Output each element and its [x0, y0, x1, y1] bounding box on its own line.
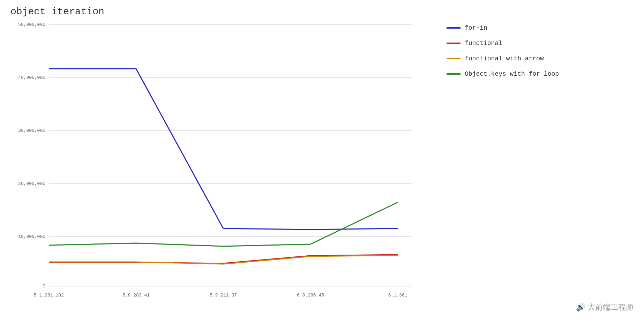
- legend-label-functional: functional: [465, 40, 502, 47]
- legend-container: for-in functional functional with arrow …: [447, 24, 559, 86]
- legend-item-functional-arrow: functional with arrow: [447, 55, 559, 62]
- svg-text:30,000,000: 30,000,000: [18, 128, 45, 133]
- svg-text:20,000,000: 20,000,000: [18, 181, 45, 186]
- svg-text:0: 0: [43, 284, 45, 289]
- svg-text:5.1.281.102: 5.1.281.102: [34, 293, 64, 298]
- legend-item-functional: functional: [447, 40, 559, 47]
- chart-svg: 50,000,000 40,000,000 30,000,000 20,000,…: [28, 21, 429, 300]
- legend-color-for-in: [447, 27, 460, 29]
- legend-label-functional-arrow: functional with arrow: [465, 55, 544, 62]
- legend-color-functional-arrow: [447, 58, 460, 59]
- legend-label-object-keys: Object.keys with for loop: [465, 70, 559, 77]
- chart-container: object iteration 🔊 大前端工程师 50,000,000 40,…: [0, 0, 644, 323]
- svg-text:10,000,000: 10,000,000: [18, 234, 45, 239]
- svg-text:6.0.286.45: 6.0.286.45: [297, 293, 324, 298]
- chart-title: object iteration: [10, 6, 104, 17]
- legend-item-object-keys: Object.keys with for loop: [447, 70, 559, 77]
- legend-color-object-keys: [447, 73, 460, 75]
- legend-label-for-in: for-in: [465, 24, 487, 31]
- svg-text:50,000,000: 50,000,000: [18, 22, 45, 27]
- svg-text:6.1.361: 6.1.361: [388, 293, 407, 298]
- legend-color-functional: [447, 43, 460, 44]
- svg-text:40,000,000: 40,000,000: [18, 75, 45, 80]
- watermark: 🔊 大前端工程师: [576, 302, 634, 313]
- svg-text:5.9.211.37: 5.9.211.37: [210, 293, 237, 298]
- svg-text:5.8.283.41: 5.8.283.41: [122, 293, 150, 298]
- legend-item-for-in: for-in: [447, 24, 559, 31]
